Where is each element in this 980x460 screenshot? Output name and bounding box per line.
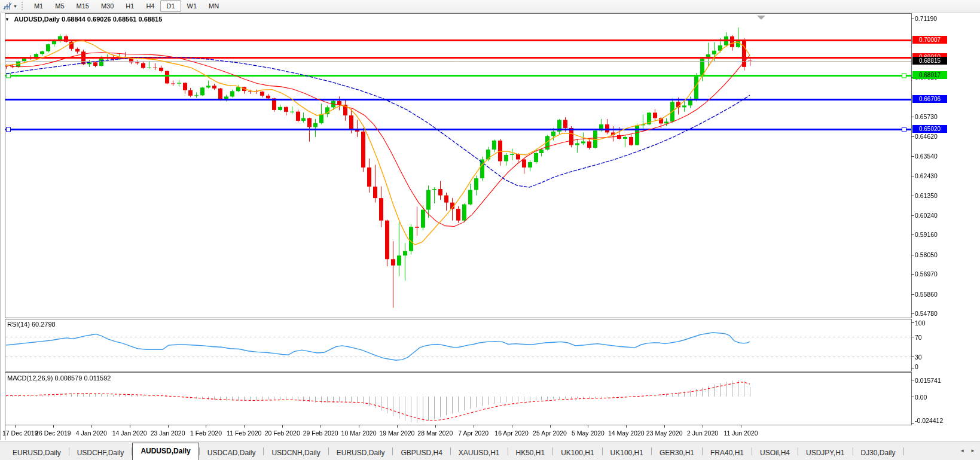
ohlc-values: 0.68844 0.69026 0.68561 0.68815 bbox=[62, 16, 162, 23]
macd-axis-label: 0.00 bbox=[915, 394, 927, 401]
price-tick-label: 0.65730 bbox=[915, 113, 938, 120]
price-tick-label: 0.63540 bbox=[915, 153, 938, 160]
date-label: 17 Dec 2019 bbox=[2, 429, 38, 437]
chart-canvas[interactable] bbox=[0, 0, 980, 460]
tab-usdcnh-daily[interactable]: USDCNH,Daily bbox=[264, 446, 328, 460]
timeframe-button-h4[interactable]: H4 bbox=[140, 0, 160, 12]
price-tick-label: 0.62430 bbox=[915, 172, 938, 179]
toolbar-dropdown-caret-icon[interactable]: ▼ bbox=[13, 4, 19, 8]
date-label: 1 Feb 2020 bbox=[190, 429, 222, 437]
tab-uk100-h1[interactable]: UK100,H1 bbox=[603, 446, 651, 460]
tab-audusd-daily[interactable]: AUDUSD,Daily bbox=[132, 443, 199, 460]
chart-tabs: EURUSD,DailyUSDCHF,DailyAUDUSD,DailyUSDC… bbox=[5, 443, 904, 460]
tab-usdcad-daily[interactable]: USDCAD,Daily bbox=[200, 446, 264, 460]
price-tick-label: 0.56970 bbox=[915, 270, 938, 278]
timeframe-button-m5[interactable]: M5 bbox=[49, 0, 70, 12]
date-label: 29 Feb 2020 bbox=[303, 429, 338, 437]
date-label: 10 Mar 2020 bbox=[341, 429, 377, 437]
timeframe-button-m1[interactable]: M1 bbox=[28, 0, 49, 12]
date-label: 2 Jun 2020 bbox=[687, 429, 718, 437]
tab-eurusd-daily[interactable]: EURUSD,Daily bbox=[5, 446, 69, 460]
tab-scroll-arrows: ◄ ► bbox=[960, 448, 975, 453]
tab-uk100-h1[interactable]: UK100,H1 bbox=[553, 446, 602, 460]
toolbar-drag-handle[interactable] bbox=[22, 2, 25, 10]
timeframe-button-mn[interactable]: MN bbox=[203, 0, 225, 12]
rsi-axis-label: 70 bbox=[915, 334, 922, 341]
timeframe-button-m30[interactable]: M30 bbox=[95, 0, 120, 12]
date-label: 11 Feb 2020 bbox=[227, 429, 261, 437]
tab-ger30-h1[interactable]: GER30,H1 bbox=[652, 446, 702, 460]
price-badge-0.68815: 0.68815 bbox=[912, 57, 947, 65]
price-badge-0.66706: 0.66706 bbox=[912, 95, 947, 103]
timeframe-button-m15[interactable]: M15 bbox=[71, 0, 95, 12]
date-label: 19 Mar 2020 bbox=[379, 429, 414, 437]
date-label: 26 Dec 2019 bbox=[35, 429, 71, 437]
tab-hk50-h1[interactable]: HK50,H1 bbox=[508, 446, 553, 460]
symbol-period-label: AUDUSD,Daily bbox=[14, 16, 60, 23]
date-label: 11 Jun 2020 bbox=[723, 429, 758, 437]
date-label: 25 Apr 2020 bbox=[533, 429, 567, 437]
tab-scroll-left-icon[interactable]: ◄ bbox=[960, 448, 964, 453]
price-tick-label: 0.54780 bbox=[915, 310, 938, 317]
date-label: 14 Jan 2020 bbox=[112, 429, 147, 437]
date-label: 5 May 2020 bbox=[572, 429, 605, 437]
date-label: 20 Feb 2020 bbox=[265, 429, 300, 437]
date-label: 16 Apr 2020 bbox=[494, 429, 529, 437]
macd-axis-label: 0.015741 bbox=[915, 377, 941, 384]
timeframe-button-w1[interactable]: W1 bbox=[181, 0, 203, 12]
chart-tab-bar: EURUSD,DailyUSDCHF,DailyAUDUSD,DailyUSDC… bbox=[0, 441, 980, 460]
price-tick-label: 0.71190 bbox=[915, 15, 937, 22]
price-tick-label: 0.60240 bbox=[915, 212, 938, 219]
tab-usdchf-daily[interactable]: USDCHF,Daily bbox=[69, 446, 132, 460]
timeframe-buttons: M1M5M15M30H1H4D1W1MN bbox=[28, 0, 225, 12]
date-label: 4 Jan 2020 bbox=[76, 429, 107, 437]
periodicity-icon[interactable] bbox=[2, 1, 13, 11]
symbol-dropdown-caret-icon[interactable]: ▼ bbox=[5, 17, 10, 22]
macd-indicator-label: MACD(12,26,9) 0.008579 0.011592 bbox=[7, 374, 111, 382]
tab-eurusd-daily[interactable]: EURUSD,Daily bbox=[329, 446, 393, 460]
tab-divider bbox=[903, 447, 904, 455]
rsi-axis-label: 30 bbox=[915, 354, 922, 361]
date-label: 14 May 2020 bbox=[608, 429, 645, 437]
date-label: 28 Mar 2020 bbox=[417, 429, 453, 437]
price-badge-0.70007: 0.70007 bbox=[912, 36, 947, 44]
tab-usdjpy-h1[interactable]: USDJPY,H1 bbox=[798, 446, 852, 460]
tab-xauusd-h1[interactable]: XAUUSD,H1 bbox=[451, 446, 508, 460]
price-tick-label: 0.58050 bbox=[915, 251, 938, 258]
date-label: 7 Apr 2020 bbox=[458, 429, 489, 437]
rsi-indicator-label: RSI(14) 60.2798 bbox=[7, 321, 56, 328]
chart-shift-marker[interactable] bbox=[757, 16, 765, 20]
tab-scroll-right-icon[interactable]: ► bbox=[970, 448, 975, 453]
price-tick-label: 0.64620 bbox=[915, 133, 938, 140]
rsi-axis-label: 0 bbox=[915, 363, 918, 370]
price-badge-0.68017: 0.68017 bbox=[912, 71, 947, 79]
price-badge-0.65020: 0.65020 bbox=[912, 125, 947, 133]
tab-fra40-h1[interactable]: FRA40,H1 bbox=[703, 446, 752, 460]
date-label: 23 Jan 2020 bbox=[151, 429, 185, 437]
tab-dj30-daily[interactable]: DJ30,Daily bbox=[853, 446, 903, 460]
price-tick-label: 0.61350 bbox=[915, 192, 938, 199]
tab-usoil-h4[interactable]: USOil,H4 bbox=[752, 446, 798, 460]
timeframe-button-h1[interactable]: H1 bbox=[120, 0, 140, 12]
date-label: 23 May 2020 bbox=[646, 429, 683, 437]
price-tick-label: 0.55860 bbox=[915, 291, 938, 298]
price-tick-label: 0.59160 bbox=[915, 231, 938, 238]
macd-axis-label: -0.024412 bbox=[915, 417, 943, 424]
top-toolbar: ▼ M1M5M15M30H1H4D1W1MN bbox=[0, 0, 980, 13]
rsi-axis-label: 100 bbox=[915, 319, 926, 327]
tab-gbpusd-h4[interactable]: GBPUSD,H4 bbox=[393, 446, 450, 460]
timeframe-button-d1[interactable]: D1 bbox=[160, 0, 181, 12]
chart-title: ▼ AUDUSD,Daily 0.68844 0.69026 0.68561 0… bbox=[5, 16, 162, 23]
